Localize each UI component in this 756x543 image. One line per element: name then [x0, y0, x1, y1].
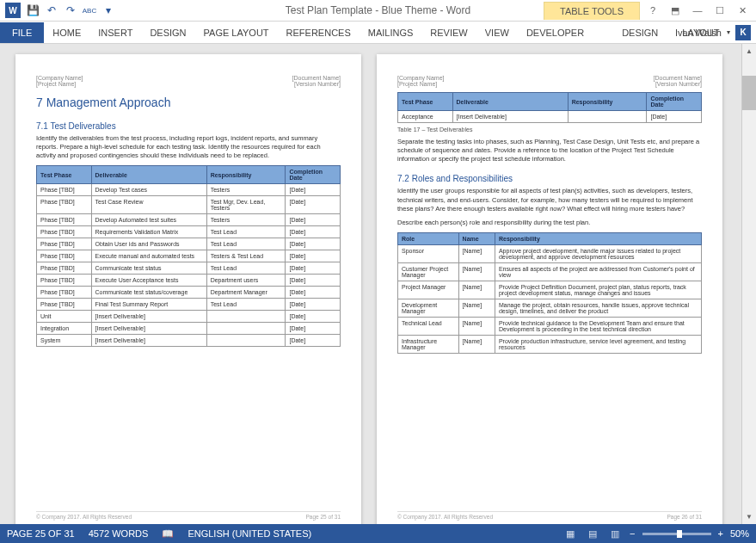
table-cell[interactable]: [Name] — [458, 244, 495, 262]
table-cell[interactable]: Testers — [206, 214, 286, 226]
table-cell[interactable]: Test Lead — [206, 299, 286, 311]
qat-customize-icon[interactable]: ▾ — [101, 3, 115, 17]
table-cell[interactable]: Ensures all aspects of the project are a… — [495, 262, 701, 281]
table-cell[interactable]: [Insert Deliverable] — [91, 323, 206, 335]
table-cell[interactable]: [Insert Deliverable] — [91, 335, 206, 347]
deliverables-table-cont[interactable]: Test PhaseDeliverableResponsibilityCompl… — [397, 92, 702, 123]
user-name[interactable]: Ivan Walsh — [675, 28, 722, 38]
tab-design[interactable]: DESIGN — [141, 22, 194, 43]
table-cell[interactable]: Phase [TBD] — [37, 238, 92, 250]
read-mode-icon[interactable]: ▦ — [562, 527, 578, 540]
table-row[interactable]: Project Manager[Name]Provide Project Def… — [398, 281, 702, 299]
proofing-icon[interactable]: 📖 — [162, 528, 174, 540]
print-layout-icon[interactable]: ▤ — [585, 527, 600, 540]
table-row[interactable]: Phase [TBD]Communicate test status/cover… — [37, 287, 341, 299]
tab-insert[interactable]: INSERT — [89, 22, 141, 43]
table-row[interactable]: Technical Lead[Name]Provide technical gu… — [398, 317, 702, 335]
table-cell[interactable]: Test Mgr, Dev. Lead, Testers — [206, 196, 286, 214]
table-cell[interactable]: [Date] — [286, 323, 341, 335]
page-right[interactable]: [Company Name][Project Name] [Document N… — [377, 54, 722, 524]
table-cell[interactable]: Provide production infrastructure, servi… — [495, 335, 701, 353]
table-cell[interactable]: [Date] — [286, 299, 341, 311]
table-cell[interactable]: Provide technical guidance to the Develo… — [495, 317, 701, 335]
zoom-out-icon[interactable]: − — [630, 528, 635, 539]
table-cell[interactable]: Communicate test status — [91, 262, 206, 275]
deliverables-table[interactable]: Test PhaseDeliverableResponsibilityCompl… — [36, 165, 341, 347]
table-cell[interactable]: Manage the project, obtain resources, ha… — [495, 299, 701, 317]
table-cell[interactable]: [Date] — [286, 311, 341, 323]
table-cell[interactable]: Unit — [37, 311, 92, 323]
table-cell[interactable]: Phase [TBD] — [37, 299, 92, 311]
page-indicator[interactable]: PAGE 25 OF 31 — [7, 528, 75, 539]
table-cell[interactable]: Technical Lead — [398, 317, 459, 335]
tab-references[interactable]: REFERENCES — [278, 22, 360, 43]
table-cell[interactable]: [Name] — [458, 299, 495, 317]
spellcheck-icon[interactable]: ABC — [83, 3, 96, 17]
table-cell[interactable]: Test Lead — [206, 226, 286, 238]
table-row[interactable]: Customer Project Manager[Name]Ensures al… — [398, 262, 702, 281]
table-cell[interactable] — [206, 323, 286, 335]
table-cell[interactable]: [Name] — [458, 335, 495, 353]
table-cell[interactable]: Development Manager — [398, 299, 459, 317]
tab-view[interactable]: VIEW — [476, 22, 518, 43]
redo-icon[interactable]: ↷ — [64, 3, 77, 17]
table-cell[interactable]: [Date] — [286, 214, 341, 226]
table-row[interactable]: Phase [TBD]Obtain User ids and Passwords… — [37, 238, 341, 250]
web-layout-icon[interactable]: ▥ — [607, 527, 623, 540]
table-cell[interactable]: [Date] — [286, 287, 341, 299]
table-cell[interactable]: Final Test Summary Report — [91, 299, 206, 311]
table-row[interactable]: Sponsor[Name]Approve project development… — [398, 244, 702, 262]
maximize-icon[interactable]: ☐ — [710, 2, 730, 19]
scroll-down-icon[interactable]: ▼ — [742, 509, 756, 524]
undo-icon[interactable]: ↶ — [45, 3, 58, 17]
tab-review[interactable]: REVIEW — [421, 22, 476, 43]
table-cell[interactable]: Phase [TBD] — [37, 262, 92, 275]
ribbon-options-icon[interactable]: ⬒ — [665, 2, 685, 19]
table-row[interactable]: Phase [TBD]Execute manual and automated … — [37, 250, 341, 262]
table-cell[interactable]: [Date] — [286, 250, 341, 262]
table-row[interactable]: Phase [TBD]Requirements Validation Matri… — [37, 226, 341, 238]
tab-mailings[interactable]: MAILINGS — [360, 22, 422, 43]
table-cell[interactable]: Phase [TBD] — [37, 226, 92, 238]
table-cell[interactable] — [206, 311, 286, 323]
language-indicator[interactable]: ENGLISH (UNITED STATES) — [187, 528, 311, 539]
table-cell[interactable] — [206, 335, 286, 347]
table-row[interactable]: Phase [TBD]Test Case ReviewTest Mgr, Dev… — [37, 196, 341, 214]
table-row[interactable]: Phase [TBD]Develop Automated test suites… — [37, 214, 341, 226]
table-cell[interactable]: [Date] — [286, 335, 341, 347]
table-cell[interactable]: Acceptance — [398, 111, 453, 123]
table-cell[interactable]: Test Lead — [206, 238, 286, 250]
table-row[interactable]: Development Manager[Name]Manage the proj… — [398, 299, 702, 317]
table-cell[interactable]: [Date] — [286, 184, 341, 196]
table-cell[interactable]: Department Manager — [206, 287, 286, 299]
minimize-icon[interactable]: — — [687, 2, 708, 19]
page-left[interactable]: [Company Name][Project Name] [Document N… — [15, 54, 361, 524]
table-cell[interactable]: Testers — [206, 184, 286, 196]
table-cell[interactable]: Test Lead — [206, 262, 286, 275]
table-cell[interactable]: [Date] — [647, 111, 702, 123]
document-area[interactable]: [Company Name][Project Name] [Document N… — [0, 44, 756, 524]
table-cell[interactable]: Provide Project Definition Document, pro… — [495, 281, 701, 299]
table-cell[interactable]: Obtain User ids and Passwords — [91, 238, 206, 250]
user-badge[interactable]: K — [735, 25, 751, 40]
table-cell[interactable]: Customer Project Manager — [398, 262, 459, 281]
table-row[interactable]: Phase [TBD]Develop Test casesTesters[Dat… — [37, 184, 341, 196]
table-cell[interactable]: [Insert Deliverable] — [91, 311, 206, 323]
table-cell[interactable]: Phase [TBD] — [37, 287, 92, 299]
close-icon[interactable]: ✕ — [732, 2, 753, 19]
table-cell[interactable]: Execute manual and automated tests — [91, 250, 206, 262]
table-row[interactable]: Phase [TBD]Communicate test statusTest L… — [37, 262, 341, 275]
context-tab-design[interactable]: DESIGN — [610, 22, 670, 43]
table-cell[interactable]: Project Manager — [398, 281, 459, 299]
table-cell[interactable]: Phase [TBD] — [37, 214, 92, 226]
zoom-in-icon[interactable]: + — [718, 528, 723, 539]
table-cell[interactable]: [Date] — [286, 226, 341, 238]
table-cell[interactable]: Phase [TBD] — [37, 196, 92, 214]
table-row[interactable]: System[Insert Deliverable][Date] — [37, 335, 341, 347]
table-cell[interactable]: [Date] — [286, 275, 341, 287]
table-cell[interactable]: [Date] — [286, 196, 341, 214]
table-cell[interactable]: Communicate test status/coverage — [91, 287, 206, 299]
table-cell[interactable]: Approve project development, handle majo… — [495, 244, 701, 262]
user-name-dropdown-icon[interactable]: ▾ — [727, 28, 730, 36]
zoom-slider[interactable] — [642, 533, 711, 535]
